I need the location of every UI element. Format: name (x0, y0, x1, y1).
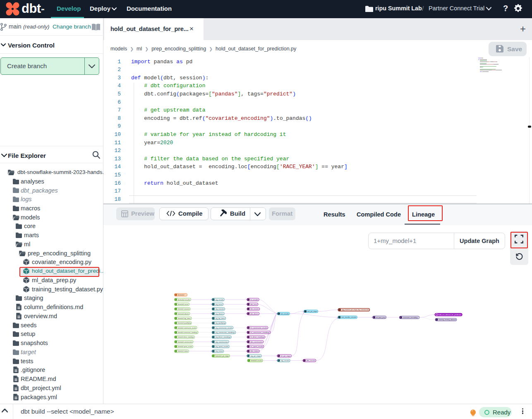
svg-text:stg_constructors: stg_constructors (216, 341, 228, 343)
svg-text:stg_constructor_results: stg_constructor_results (216, 327, 232, 329)
svg-text:formula1.constructors: formula1.constructors (178, 341, 192, 343)
svg-text:formula1.circuits: formula1.circuits (251, 359, 262, 362)
svg-text:formula1.qualifying: formula1.qualifying (178, 322, 191, 324)
svg-text:training_testing_dataset: training_testing_dataset (439, 319, 456, 321)
svg-text:stg_constructor_standings: stg_constructor_standings (216, 331, 235, 333)
svg-text:stg_seasons: stg_seasons (216, 308, 224, 310)
svg-text:stg_drivers: stg_drivers (216, 313, 224, 315)
svg-text:formula1.constructor_results: formula1.constructor_results (178, 327, 196, 329)
svg-text:fct_driver_standings: fct_driver_standings (250, 336, 264, 338)
svg-text:fct_pit_stops: fct_pit_stops (281, 355, 291, 357)
svg-text:fct_results: fct_results (250, 299, 258, 301)
svg-text:formula1.races: formula1.races (178, 303, 189, 305)
svg-text:formula1.constructor_standings: formula1.constructor_standings (178, 331, 197, 333)
svg-text:agg_fastest_pit_stops_by_const: agg_fastest_pit_stops_by_constructor (342, 309, 369, 311)
svg-text:ml_data_prep: ml_data_prep (376, 317, 386, 319)
svg-text:formula1_pit_stops: formula1_pit_stops (216, 355, 229, 357)
svg-text:stg_driver_standings: stg_driver_standings (216, 336, 231, 338)
svg-text:fct_constructor_results: fct_constructor_results (250, 327, 267, 329)
svg-text:mrt_pit_stops: mrt_pit_stops (307, 310, 317, 312)
svg-text:formula1.sprint_results: formula1.sprint_results (178, 345, 192, 348)
svg-text:dim_status: dim_status (250, 350, 259, 352)
svg-text:stg_sprint_results: stg_sprint_results (216, 345, 229, 348)
svg-text:dim_seasons: dim_seasons (250, 308, 259, 310)
svg-text:mrt_results_circuits: mrt_results_circuits (341, 316, 356, 318)
svg-text:formula1.status: formula1.status (178, 350, 188, 352)
svg-text:formula1.lap_times: formula1.lap_times (178, 317, 191, 319)
svg-text:fct_sprint_results: fct_sprint_results (250, 345, 263, 348)
svg-text:stg_pit_stops: stg_pit_stops (250, 355, 261, 357)
svg-text:formula1.driver_standings: formula1.driver_standings (178, 336, 194, 338)
svg-text:stg_races: stg_races (216, 303, 223, 305)
svg-text:formula1: formula1 (178, 294, 185, 296)
svg-text:fct_constructor_standings: fct_constructor_standings (250, 331, 270, 333)
svg-text:formula1.drivers: formula1.drivers (178, 313, 189, 315)
svg-text:dim_constructors: dim_constructors (250, 341, 263, 343)
svg-text:dim_drivers: dim_drivers (250, 313, 259, 315)
svg-text:stg_status: stg_status (216, 350, 223, 352)
svg-text:mrt_results: mrt_results (281, 313, 289, 315)
svg-text:stg_results: stg_results (216, 299, 224, 301)
svg-text:stg_lap_times: stg_lap_times (216, 317, 225, 319)
svg-text:stg_qualifying: stg_qualifying (216, 322, 225, 324)
svg-text:stg_circuits: stg_circuits (281, 359, 289, 362)
svg-text:dim_circuits: dim_circuits (307, 359, 315, 362)
svg-text:formula1.seasons: formula1.seasons (178, 308, 189, 310)
svg-text:dim_races: dim_races (250, 303, 257, 305)
svg-text:formula1.results: formula1.results (178, 299, 190, 301)
svg-text:covariate_encoding: covariate_encoding (403, 317, 418, 319)
svg-text:hold_out_dataset_for_predictio: hold_out_dataset_for_prediction (439, 314, 462, 316)
